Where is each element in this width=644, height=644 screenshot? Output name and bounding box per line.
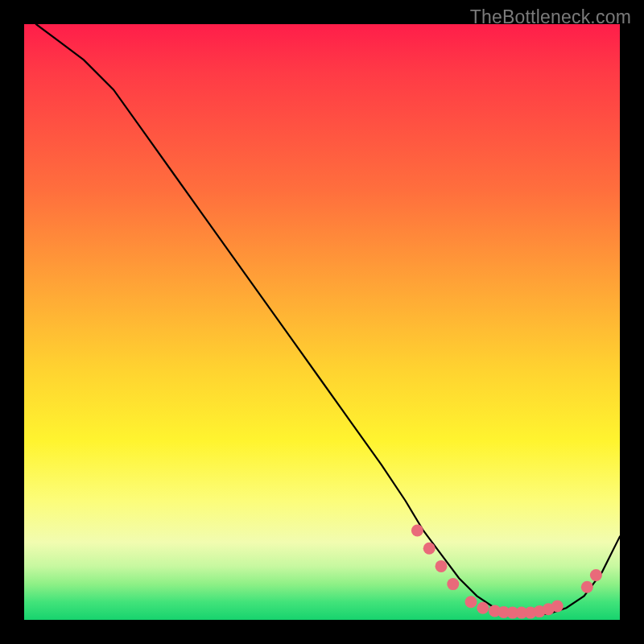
data-marker bbox=[423, 543, 436, 555]
data-marker bbox=[436, 560, 448, 572]
data-marker bbox=[590, 569, 602, 581]
watermark-text: TheBottleneck.com bbox=[470, 6, 631, 28]
marker-layer bbox=[411, 525, 602, 619]
data-marker bbox=[465, 596, 477, 608]
chart-svg bbox=[24, 24, 620, 620]
chart-frame: TheBottleneck.com bbox=[0, 0, 644, 644]
bottleneck-curve bbox=[36, 24, 620, 614]
plot-area bbox=[24, 24, 620, 620]
data-marker bbox=[477, 602, 489, 614]
data-marker bbox=[581, 581, 593, 593]
data-marker bbox=[551, 601, 564, 613]
line-layer bbox=[36, 24, 620, 614]
data-marker bbox=[411, 525, 423, 537]
data-marker bbox=[447, 578, 459, 590]
